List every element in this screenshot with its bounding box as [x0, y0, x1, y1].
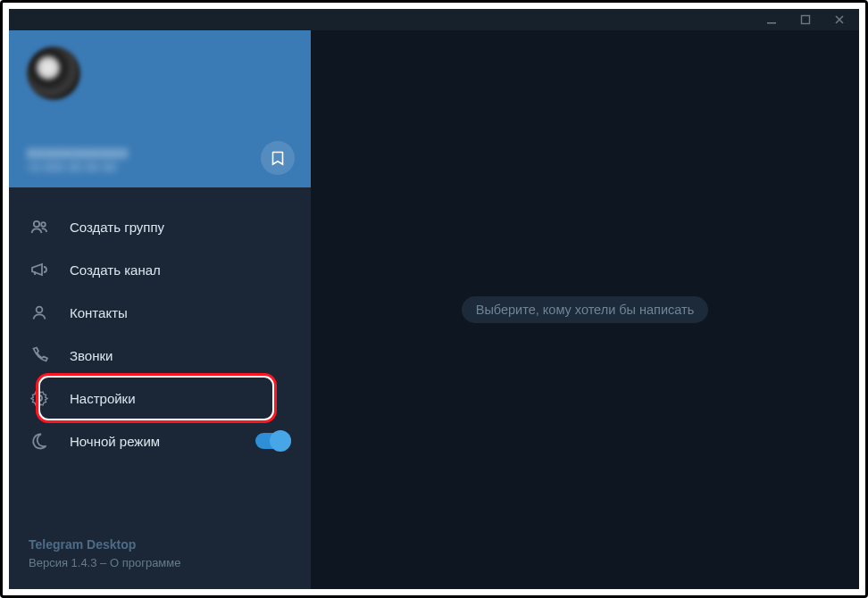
- svg-point-4: [37, 307, 43, 313]
- avatar[interactable]: [27, 46, 80, 100]
- minimize-button[interactable]: [759, 11, 784, 29]
- settings-icon: [29, 387, 50, 409]
- svg-rect-0: [767, 22, 776, 24]
- svg-point-2: [34, 221, 39, 227]
- calls-icon: [29, 345, 50, 366]
- channel-icon: [29, 259, 50, 280]
- sidebar-menu: Создать группу Создать канал: [9, 187, 311, 523]
- contacts-icon: [29, 302, 50, 323]
- menu-item-night-mode[interactable]: Ночной режим: [9, 419, 311, 462]
- night-mode-toggle[interactable]: [255, 433, 291, 449]
- app-version: Версия 1.4.3: [29, 556, 96, 569]
- menu-label: Ночной режим: [70, 434, 160, 449]
- menu-item-settings[interactable]: Настройки: [9, 377, 311, 419]
- window-titlebar: [9, 9, 859, 30]
- svg-point-5: [37, 395, 42, 401]
- app-window: XXXXXXXXXXX +X XXX XX XX XX: [9, 9, 859, 589]
- menu-label: Контакты: [70, 305, 128, 320]
- maximize-button[interactable]: [793, 11, 818, 29]
- close-button[interactable]: [827, 11, 852, 29]
- about-link[interactable]: О программе: [110, 556, 181, 569]
- sidebar-footer: Telegram Desktop Версия 1.4.3 – О програ…: [9, 523, 311, 590]
- sidebar: XXXXXXXXXXX +X XXX XX XX XX: [9, 30, 311, 589]
- menu-label: Создать группу: [70, 220, 164, 235]
- night-icon: [29, 430, 50, 452]
- menu-item-calls[interactable]: Звонки: [9, 334, 311, 377]
- saved-messages-button[interactable]: [261, 141, 295, 175]
- menu-label: Настройки: [70, 391, 136, 406]
- menu-label: Создать канал: [70, 262, 161, 278]
- profile-header: XXXXXXXXXXX +X XXX XX XX XX: [9, 30, 311, 187]
- version-line: Версия 1.4.3 – О программе: [29, 554, 291, 572]
- svg-rect-1: [802, 16, 810, 24]
- app-name: Telegram Desktop: [29, 536, 291, 554]
- main-area: Выберите, кому хотели бы написать: [311, 30, 859, 589]
- outer-frame: XXXXXXXXXXX +X XXX XX XX XX: [0, 0, 868, 598]
- empty-state-text: Выберите, кому хотели бы написать: [462, 296, 709, 323]
- menu-item-new-group[interactable]: Создать группу: [9, 205, 311, 248]
- bookmark-icon: [271, 150, 285, 166]
- group-icon: [29, 216, 50, 237]
- profile-text: XXXXXXXXXXX +X XXX XX XX XX: [27, 146, 293, 176]
- window-body: XXXXXXXXXXX +X XXX XX XX XX: [9, 30, 859, 589]
- svg-point-3: [41, 222, 46, 227]
- menu-item-new-channel[interactable]: Создать канал: [9, 248, 311, 291]
- menu-label: Звонки: [70, 348, 113, 363]
- profile-phone: +X XXX XX XX XX: [27, 162, 293, 175]
- profile-username: XXXXXXXXXXX: [27, 146, 293, 162]
- menu-item-contacts[interactable]: Контакты: [9, 291, 311, 334]
